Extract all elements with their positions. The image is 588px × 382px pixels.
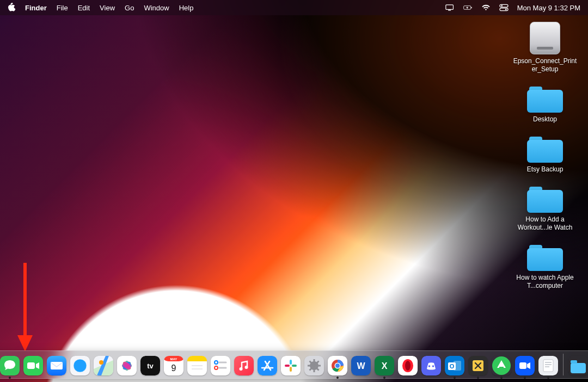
dock-discord[interactable] [421, 356, 441, 375]
dock-photos[interactable] [117, 356, 137, 375]
dock-notes[interactable] [187, 356, 207, 375]
svg-rect-106 [499, 367, 504, 368]
appstore-icon [258, 356, 277, 375]
svg-rect-68 [290, 360, 292, 365]
music-icon [234, 356, 254, 375]
dock-outlook[interactable]: O [445, 356, 464, 375]
folder-icon [527, 134, 563, 163]
excel-icon: X [375, 356, 394, 375]
svg-text:9: 9 [171, 363, 176, 373]
battery-status-icon[interactable] [463, 4, 473, 11]
display-status-icon[interactable] [445, 4, 455, 11]
dock: tvMAY9WXO [0, 350, 588, 379]
desktop-item-label: Desktop [533, 115, 557, 124]
disk-image-icon [530, 22, 560, 54]
dock-excel[interactable]: X [375, 356, 394, 375]
svg-rect-1 [448, 10, 451, 10]
menu-edit[interactable]: Edit [78, 4, 90, 12]
dock-airdroid[interactable] [492, 356, 511, 375]
dock-mail[interactable] [47, 356, 66, 375]
svg-rect-28 [51, 362, 63, 369]
svg-rect-67 [281, 356, 301, 375]
svg-rect-4 [500, 4, 508, 7]
svg-point-61 [240, 367, 243, 371]
svg-rect-26 [27, 362, 35, 369]
dock-texteditor[interactable] [538, 356, 558, 375]
desktop-item-label: How to watch Apple T...computer [512, 274, 578, 290]
svg-rect-116 [571, 360, 577, 363]
slack-icon [281, 356, 301, 375]
airdroid-icon [492, 356, 511, 375]
svg-point-86 [335, 363, 340, 368]
svg-rect-3 [471, 7, 471, 9]
app-name-menu[interactable]: Finder [25, 4, 47, 12]
wifi-status-icon[interactable] [481, 4, 491, 11]
outlook-icon: O [445, 356, 464, 375]
dock-snagit[interactable] [468, 356, 488, 375]
dock-maps[interactable] [94, 356, 113, 375]
dock-appstore[interactable] [258, 356, 277, 375]
appletv-icon: tv [140, 356, 160, 375]
chrome-icon [328, 356, 347, 375]
svg-point-93 [405, 361, 411, 371]
dock-chrome[interactable] [328, 356, 347, 375]
dock-separator [563, 354, 564, 375]
opera-icon [398, 356, 418, 375]
apple-logo-icon [8, 3, 15, 11]
svg-text:W: W [357, 361, 365, 371]
messages-icon [0, 356, 20, 375]
dock-slack[interactable] [281, 356, 301, 375]
dock-calendar[interactable]: MAY9 [164, 356, 183, 375]
desktop-wallpaper [0, 0, 588, 382]
svg-rect-55 [211, 356, 230, 375]
svg-point-62 [245, 366, 248, 369]
word-icon: W [351, 356, 371, 375]
folder-icon [527, 84, 563, 113]
dock-appletv[interactable]: tv [140, 356, 160, 375]
svg-text:X: X [382, 361, 388, 371]
folder-icon [527, 184, 563, 213]
reminders-icon [211, 356, 230, 375]
dock-messages[interactable] [0, 356, 20, 375]
facetime-icon [23, 356, 43, 375]
dock-word[interactable]: W [351, 356, 371, 375]
apple-menu[interactable] [8, 3, 15, 13]
svg-rect-70 [290, 367, 292, 372]
calendar-icon: MAY9 [164, 356, 183, 375]
maps-icon [94, 356, 113, 375]
menu-go[interactable]: Go [125, 4, 134, 12]
dock-facetime[interactable] [23, 356, 43, 375]
menubar: Finder File Edit View Go Window Help Mon… [0, 0, 588, 15]
desktop-item-folder[interactable]: Desktop [510, 84, 580, 124]
dock-music[interactable] [234, 356, 254, 375]
dock-opera[interactable] [398, 356, 418, 375]
menu-help[interactable]: Help [179, 4, 194, 12]
desktop-item-label: Etsy Backup [527, 165, 564, 174]
dock-zoom[interactable] [515, 356, 535, 375]
dock-container: tvMAY9WXO [0, 350, 588, 379]
zoom-icon [515, 356, 535, 375]
dock-safari[interactable] [70, 356, 90, 375]
dock-sysprefs[interactable] [304, 356, 324, 375]
svg-text:MAY: MAY [170, 358, 177, 361]
desktop-item-folder[interactable]: Etsy Backup [510, 134, 580, 174]
menu-window[interactable]: Window [144, 4, 169, 12]
menubar-right: Mon May 9 1:32 PM [445, 4, 580, 12]
menu-view[interactable]: View [100, 4, 115, 12]
desktop-item-folder[interactable]: How to Add a Workout...le Watch [510, 184, 580, 232]
menu-file[interactable]: File [57, 4, 68, 12]
desktop-item-label: Epson_Connect_Printer_Setup [512, 57, 578, 73]
svg-point-5 [501, 5, 503, 7]
svg-point-95 [428, 365, 431, 367]
dock-downloads[interactable] [568, 356, 588, 375]
desktop-icons: Epson_Connect_Printer_Setup Desktop Etsy… [510, 22, 580, 290]
svg-rect-115 [571, 363, 586, 373]
menubar-datetime[interactable]: Mon May 9 1:32 PM [517, 4, 580, 12]
control-center-icon[interactable] [499, 4, 509, 11]
downloads-icon [568, 356, 588, 375]
desktop-item-folder[interactable]: How to watch Apple T...computer [510, 243, 580, 290]
svg-rect-60 [234, 356, 254, 375]
dock-reminders[interactable] [211, 356, 230, 375]
desktop-item-disk[interactable]: Epson_Connect_Printer_Setup [510, 22, 580, 73]
svg-rect-0 [446, 5, 454, 10]
